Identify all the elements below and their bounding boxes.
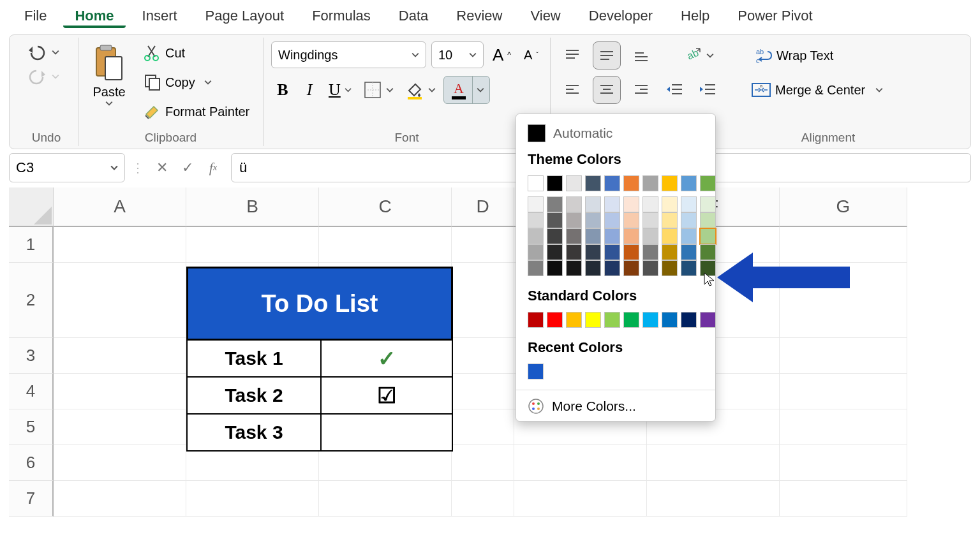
theme-swatch-4[interactable] (604, 175, 620, 191)
shade-swatch-0-5[interactable] (623, 196, 639, 212)
shade-swatch-0-4[interactable] (604, 196, 620, 212)
shade-swatch-2-5[interactable] (623, 228, 639, 244)
align-right-button[interactable] (627, 76, 655, 104)
cell-F6[interactable] (647, 445, 780, 481)
theme-swatch-3[interactable] (585, 175, 601, 191)
cell-D1[interactable] (452, 227, 514, 263)
standard-swatch-5[interactable] (623, 312, 639, 328)
theme-swatch-8[interactable] (681, 175, 697, 191)
theme-swatch-9[interactable] (700, 175, 716, 191)
shade-swatch-3-1[interactable] (547, 244, 563, 260)
cell-D5[interactable] (452, 409, 514, 445)
row-header-4[interactable]: 4 (9, 374, 54, 409)
shade-swatch-0-2[interactable] (566, 196, 582, 212)
shade-swatch-0-7[interactable] (662, 196, 678, 212)
shade-swatch-2-3[interactable] (585, 228, 601, 244)
todo-task-2[interactable]: Task 2 (186, 378, 320, 415)
cell-A1[interactable] (54, 227, 186, 263)
cell-G5[interactable] (780, 409, 907, 445)
shade-swatch-2-0[interactable] (528, 228, 544, 244)
shade-swatch-0-0[interactable] (528, 196, 544, 212)
shade-swatch-1-0[interactable] (528, 212, 544, 228)
increase-font-button[interactable]: A^ (489, 43, 515, 68)
recent-swatch-0[interactable] (528, 364, 544, 379)
column-header-C[interactable]: C (319, 187, 452, 227)
shade-swatch-2-1[interactable] (547, 228, 563, 244)
shade-swatch-4-4[interactable] (604, 260, 620, 276)
enter-formula-button[interactable]: ✓ (176, 156, 199, 179)
shade-swatch-0-9[interactable] (700, 196, 716, 212)
align-left-button[interactable] (558, 76, 586, 104)
shade-swatch-1-7[interactable] (662, 212, 678, 228)
standard-swatch-0[interactable] (528, 312, 544, 328)
shade-swatch-4-5[interactable] (623, 260, 639, 276)
standard-swatch-9[interactable] (700, 312, 716, 328)
cell-A7[interactable] (54, 481, 186, 517)
todo-task-1[interactable]: Task 1 (186, 341, 320, 378)
align-middle-button[interactable] (593, 41, 621, 70)
cell-E6[interactable] (514, 445, 647, 481)
shade-swatch-0-8[interactable] (681, 196, 697, 212)
shade-swatch-4-1[interactable] (547, 260, 563, 276)
cell-D3[interactable] (452, 338, 514, 374)
row-header-6[interactable]: 6 (9, 445, 54, 481)
cell-A3[interactable] (54, 338, 186, 374)
menu-data[interactable]: Data (387, 4, 440, 28)
shade-swatch-2-8[interactable] (681, 228, 697, 244)
menu-formulas[interactable]: Formulas (301, 4, 382, 28)
cut-button[interactable]: Cut (140, 41, 253, 64)
shade-swatch-1-8[interactable] (681, 212, 697, 228)
font-color-button[interactable]: A (443, 76, 490, 104)
shade-swatch-1-2[interactable] (566, 212, 582, 228)
standard-swatch-4[interactable] (604, 312, 620, 328)
column-header-D[interactable]: D (452, 187, 514, 227)
menu-developer[interactable]: Developer (577, 4, 664, 28)
decrease-indent-button[interactable] (662, 79, 688, 101)
format-painter-button[interactable]: Format Painter (140, 100, 253, 123)
align-center-button[interactable] (593, 76, 621, 104)
standard-swatch-8[interactable] (681, 312, 697, 328)
shade-swatch-3-9[interactable] (700, 244, 716, 260)
italic-button[interactable]: I (298, 78, 321, 102)
shade-swatch-2-9[interactable] (700, 228, 716, 244)
cell-F7[interactable] (647, 481, 780, 517)
todo-check-1[interactable]: ✓ (320, 341, 453, 378)
theme-swatch-6[interactable] (642, 175, 658, 191)
shade-swatch-1-9[interactable] (700, 212, 716, 228)
fx-button[interactable]: fx (202, 156, 225, 179)
cell-G4[interactable] (780, 374, 907, 409)
column-header-B[interactable]: B (186, 187, 319, 227)
cell-G3[interactable] (780, 338, 907, 374)
shade-swatch-1-1[interactable] (547, 212, 563, 228)
todo-task-3[interactable]: Task 3 (186, 415, 320, 452)
shade-swatch-0-6[interactable] (642, 196, 658, 212)
standard-swatch-7[interactable] (662, 312, 678, 328)
menu-review[interactable]: Review (445, 4, 514, 28)
cancel-formula-button[interactable]: ✕ (151, 156, 174, 179)
merge-center-button[interactable]: a Merge & Center (747, 78, 887, 101)
shade-swatch-1-3[interactable] (585, 212, 601, 228)
cell-A6[interactable] (54, 445, 186, 481)
shade-swatch-3-8[interactable] (681, 244, 697, 260)
shade-swatch-4-8[interactable] (681, 260, 697, 276)
row-header-1[interactable]: 1 (9, 227, 54, 263)
shade-swatch-4-3[interactable] (585, 260, 601, 276)
cell-B1[interactable] (186, 227, 319, 263)
shade-swatch-3-2[interactable] (566, 244, 582, 260)
more-colors-option[interactable]: More Colors... (516, 394, 715, 418)
shade-swatch-2-2[interactable] (566, 228, 582, 244)
underline-button[interactable]: U (325, 78, 355, 102)
shade-swatch-1-4[interactable] (604, 212, 620, 228)
align-top-button[interactable] (558, 41, 586, 70)
shade-swatch-2-6[interactable] (642, 228, 658, 244)
shade-swatch-4-0[interactable] (528, 260, 544, 276)
font-name-select[interactable]: Wingdings (271, 41, 426, 68)
menu-power-pivot[interactable]: Power Pivot (726, 4, 824, 28)
shade-swatch-4-6[interactable] (642, 260, 658, 276)
theme-swatch-7[interactable] (662, 175, 678, 191)
shade-swatch-3-5[interactable] (623, 244, 639, 260)
standard-swatch-1[interactable] (547, 312, 563, 328)
standard-swatch-3[interactable] (585, 312, 601, 328)
shade-swatch-3-4[interactable] (604, 244, 620, 260)
column-header-G[interactable]: G (780, 187, 907, 227)
